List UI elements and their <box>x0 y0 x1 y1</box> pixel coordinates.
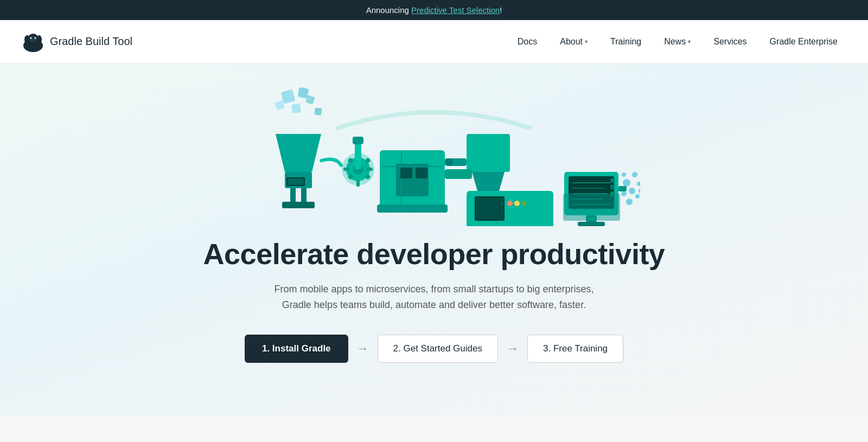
cta-group: 1. Install Gradle → 2. Get Started Guide… <box>245 335 623 363</box>
svg-marker-16 <box>276 134 321 172</box>
svg-point-7 <box>29 36 37 42</box>
svg-rect-15 <box>314 107 322 116</box>
svg-rect-76 <box>610 185 615 189</box>
svg-rect-12 <box>291 104 301 113</box>
hero-subtitle: From mobile apps to microservices, from … <box>274 281 593 313</box>
svg-rect-37 <box>377 204 448 213</box>
svg-rect-35 <box>353 137 363 144</box>
hero-section: Accelerate developer productivity From m… <box>0 63 868 416</box>
announcement-link[interactable]: Predictive Test Selection <box>411 5 500 15</box>
svg-rect-29 <box>366 168 373 171</box>
header: Gradle Build Tool Docs About ▾ Training … <box>0 20 868 63</box>
about-chevron-icon: ▾ <box>585 39 588 44</box>
arrow-icon-1: → <box>357 342 369 356</box>
install-gradle-button[interactable]: 1. Install Gradle <box>245 335 348 363</box>
machine-illustration <box>228 85 640 226</box>
svg-point-86 <box>637 182 640 186</box>
svg-rect-79 <box>578 222 605 226</box>
svg-point-52 <box>514 201 520 206</box>
svg-rect-80 <box>563 194 620 221</box>
svg-rect-19 <box>301 188 307 202</box>
svg-point-87 <box>621 191 627 196</box>
svg-rect-27 <box>356 180 360 187</box>
logo-text: Gradle Build Tool <box>50 35 132 48</box>
svg-marker-46 <box>472 172 505 191</box>
nav-news[interactable]: News ▾ <box>655 33 699 51</box>
svg-point-89 <box>626 198 633 205</box>
hero-title: Accelerate developer productivity <box>203 237 665 271</box>
nav-services[interactable]: Services <box>705 33 755 51</box>
svg-rect-22 <box>288 178 304 185</box>
nav-enterprise[interactable]: Gradle Enterprise <box>761 33 846 51</box>
svg-rect-41 <box>400 168 412 178</box>
svg-point-8 <box>30 37 32 39</box>
svg-point-85 <box>629 188 635 194</box>
svg-rect-75 <box>610 178 615 183</box>
svg-point-88 <box>635 194 640 198</box>
svg-rect-28 <box>343 168 350 171</box>
svg-point-90 <box>639 188 640 194</box>
svg-point-51 <box>507 201 513 206</box>
svg-point-83 <box>623 179 630 187</box>
svg-rect-50 <box>476 197 503 220</box>
free-training-button[interactable]: 3. Free Training <box>527 335 623 363</box>
announcement-suffix: ! <box>500 5 502 15</box>
svg-rect-42 <box>416 168 427 178</box>
svg-rect-11 <box>298 87 309 99</box>
svg-rect-20 <box>282 202 315 208</box>
features-section: Build Anything Automate Everything Deliv… <box>0 416 868 442</box>
svg-point-9 <box>35 37 36 39</box>
gradle-logo-icon <box>22 30 44 53</box>
announcement-prefix: Announcing <box>366 5 411 15</box>
svg-point-5 <box>24 35 30 44</box>
get-started-guides-button[interactable]: 2. Get Started Guides <box>378 335 498 363</box>
news-chevron-icon: ▾ <box>688 39 691 44</box>
svg-rect-10 <box>281 89 296 104</box>
svg-rect-18 <box>290 188 296 202</box>
announcement-bar: Announcing Predictive Test Selection! <box>0 0 868 20</box>
nav-docs[interactable]: Docs <box>509 33 546 51</box>
svg-rect-47 <box>445 169 472 179</box>
svg-rect-45 <box>467 134 510 172</box>
nav-training[interactable]: Training <box>602 33 650 51</box>
svg-point-6 <box>36 35 42 44</box>
nav-about[interactable]: About ▾ <box>551 33 596 51</box>
svg-point-84 <box>632 172 637 177</box>
svg-point-91 <box>622 172 626 177</box>
svg-point-44 <box>445 158 453 166</box>
logo[interactable]: Gradle Build Tool <box>22 30 132 53</box>
svg-rect-92 <box>618 186 627 191</box>
svg-point-53 <box>521 201 527 206</box>
main-nav: Docs About ▾ Training News ▾ Services Gr… <box>509 33 846 51</box>
arrow-icon-2: → <box>507 342 519 356</box>
